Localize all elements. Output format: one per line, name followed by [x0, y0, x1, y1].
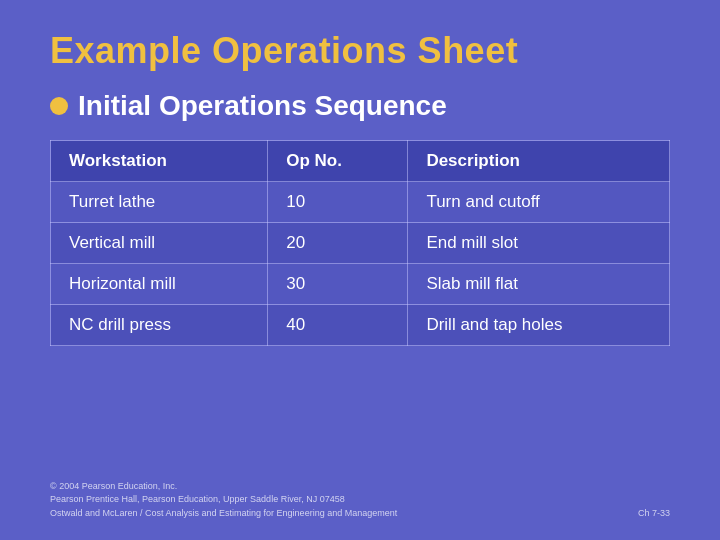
cell-opno: 40 — [268, 305, 408, 346]
footer-left: © 2004 Pearson Education, Inc. Pearson P… — [50, 480, 397, 521]
table-header-row: Workstation Op No. Description — [51, 141, 670, 182]
table-row: Vertical mill20End mill slot — [51, 223, 670, 264]
cell-workstation: Horizontal mill — [51, 264, 268, 305]
col-header-description: Description — [408, 141, 670, 182]
bullet-icon — [50, 97, 68, 115]
col-header-opno: Op No. — [268, 141, 408, 182]
table-wrapper: Workstation Op No. Description Turret la… — [50, 140, 670, 470]
cell-workstation: Vertical mill — [51, 223, 268, 264]
footer-right: Ch 7-33 — [638, 507, 670, 521]
cell-description: Slab mill flat — [408, 264, 670, 305]
table-row: Turret lathe10Turn and cutoff — [51, 182, 670, 223]
page-title: Example Operations Sheet — [50, 30, 670, 72]
operations-table: Workstation Op No. Description Turret la… — [50, 140, 670, 346]
cell-opno: 10 — [268, 182, 408, 223]
footer-line3: Ostwald and McLaren / Cost Analysis and … — [50, 507, 397, 521]
table-row: Horizontal mill30Slab mill flat — [51, 264, 670, 305]
cell-description: Turn and cutoff — [408, 182, 670, 223]
cell-description: Drill and tap holes — [408, 305, 670, 346]
footer: © 2004 Pearson Education, Inc. Pearson P… — [50, 480, 670, 521]
cell-workstation: Turret lathe — [51, 182, 268, 223]
subtitle-row: Initial Operations Sequence — [50, 90, 670, 122]
col-header-workstation: Workstation — [51, 141, 268, 182]
page-subtitle: Initial Operations Sequence — [78, 90, 447, 122]
page-container: Example Operations Sheet Initial Operati… — [0, 0, 720, 540]
cell-description: End mill slot — [408, 223, 670, 264]
footer-line2: Pearson Prentice Hall, Pearson Education… — [50, 493, 397, 507]
footer-line1: © 2004 Pearson Education, Inc. — [50, 480, 397, 494]
table-row: NC drill press40Drill and tap holes — [51, 305, 670, 346]
cell-opno: 30 — [268, 264, 408, 305]
cell-workstation: NC drill press — [51, 305, 268, 346]
cell-opno: 20 — [268, 223, 408, 264]
